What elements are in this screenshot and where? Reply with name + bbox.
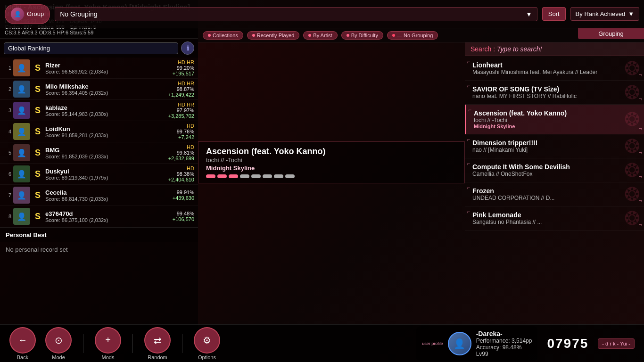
- lb-score: Score: 91,859,281 (2,033x): [45, 132, 177, 138]
- lb-right: HD 99.76% +7,242: [177, 123, 194, 140]
- lb-info: Milo Milkshake Score: 96,394,405 (2,032x…: [45, 83, 168, 96]
- group-button[interactable]: 👤 Group: [5, 4, 50, 24]
- song-item-title: Frozen: [472, 187, 636, 195]
- random-button[interactable]: ⇄: [144, 327, 171, 354]
- score-display: 07975: [547, 336, 588, 351]
- lb-name: e376470d: [45, 210, 173, 217]
- song-list-item[interactable]: ⌐ Dimension tripper!!!! nao // [Minakami…: [465, 134, 644, 158]
- random-btn-group[interactable]: ⇄ Random: [144, 327, 171, 360]
- osu-watermark: ❂: [624, 135, 640, 157]
- leaderboard-entry[interactable]: 8 👤 S e376470d Score: 86,375,100 (2,032x…: [0, 206, 198, 227]
- btn-separator-2: [132, 334, 133, 353]
- active-song-artist: tochi // -Tochi: [206, 156, 457, 164]
- lb-rank: 8: [4, 214, 11, 219]
- lb-acc: 99.48%: [173, 211, 194, 216]
- filter-bar: Collections Recently Played By Artist By…: [198, 28, 644, 42]
- lb-score: Score: 96,394,405 (2,032x): [45, 90, 168, 96]
- lb-avatar: 👤: [13, 187, 30, 204]
- song-item-title: Lionheart: [472, 61, 636, 69]
- lb-name: Milo Milkshake: [45, 83, 168, 90]
- lb-rank: 2: [4, 86, 11, 92]
- osu-watermark: ❂: [624, 82, 640, 103]
- back-btn-group[interactable]: ← Back: [9, 327, 36, 360]
- no-grouping-arrow: ▼: [526, 10, 532, 18]
- lb-grade: S: [33, 190, 42, 200]
- song-list-item[interactable]: ⌐ SAVIOR OF SONG (TV Size) nano feat. MY…: [465, 81, 644, 105]
- lb-avatar: 👤: [13, 144, 30, 161]
- lb-acc: 97.97%: [168, 107, 194, 113]
- options-btn-group[interactable]: ⚙ Options: [194, 327, 220, 360]
- song-cs: CS:3.8 AR:9.3 OD:8.5 HP:6 Stars:5.59: [5, 30, 193, 35]
- filter-recently-played[interactable]: Recently Played: [247, 31, 300, 40]
- sort-select[interactable]: By Rank Achieved ▼: [570, 7, 639, 21]
- mode-btn-group[interactable]: ⊙ Mode: [45, 327, 72, 360]
- filter-by-artist[interactable]: By Artist: [303, 31, 337, 40]
- song-list-item[interactable]: ⌐ Pink Lemonade Sangatsu no Phantasia //…: [465, 206, 644, 230]
- btn-separator-3: [182, 334, 182, 353]
- lb-info: BMG_ Score: 91,852,039 (2,033x): [45, 147, 168, 159]
- group-label: Group: [27, 10, 44, 17]
- lb-score: Score: 91,852,039 (2,033x): [45, 154, 168, 159]
- info-button[interactable]: ℹ: [181, 41, 194, 55]
- no-grouping-select[interactable]: No Grouping ▼: [55, 7, 537, 21]
- leaderboard-entry[interactable]: 3 👤 S kablaze Score: 95,144,983 (2,030x)…: [0, 100, 198, 121]
- song-list-item[interactable]: ⌐ Ascension (feat. Yoko Kanno) tochi // …: [465, 105, 644, 134]
- song-item-title: Pink Lemonade: [472, 211, 636, 219]
- user-name: -Dareka-: [476, 330, 532, 337]
- song-list-item[interactable]: ⌐ Lionheart Masayoshi Minoshima feat. Me…: [465, 57, 644, 81]
- song-item-title: SAVIOR OF SONG (TV Size): [472, 85, 636, 93]
- filter-by-difficulty[interactable]: By Difficulty: [341, 31, 383, 40]
- ranking-bar: Global Ranking Country Ranking Friend Ra…: [0, 39, 198, 58]
- osu-watermark: ❂: [624, 58, 640, 79]
- grouping-header: Grouping: [578, 28, 644, 39]
- song-list-item[interactable]: ⌐ Compute It With Some Devilish Camellia…: [465, 158, 644, 182]
- leaderboard-entry[interactable]: 5 👤 S BMG_ Score: 91,852,039 (2,033x) HD…: [0, 142, 198, 164]
- leaderboard-entry[interactable]: 2 👤 S Milo Milkshake Score: 96,394,405 (…: [0, 79, 198, 100]
- lb-pp: +106,570: [173, 216, 194, 222]
- osu-watermark: ❂: [624, 207, 640, 229]
- leaderboard-entry[interactable]: 7 👤 S Cecelia Score: 86,814,730 (2,033x)…: [0, 185, 198, 206]
- song-item-artist: nao // [Minakami Yuki]: [472, 147, 636, 153]
- lb-pp: +7,242: [177, 134, 194, 140]
- lb-mods: HD,HR: [168, 81, 194, 86]
- bottom-bar: ← Back ⊙ Mode + Mods ⇄ Random ⚙ Options …: [0, 324, 644, 362]
- lb-grade: S: [33, 106, 42, 115]
- filter-no-grouping[interactable]: — No Grouping: [387, 31, 438, 40]
- lb-grade: S: [33, 127, 42, 137]
- lb-acc: 99.91%: [173, 189, 194, 195]
- corner-tl: ⌐: [467, 184, 470, 191]
- search-bar: Search : Type to search!: [465, 42, 644, 56]
- lb-info: Duskyui Score: 89,219,340 (1,979x): [45, 168, 168, 181]
- diff-dots: [206, 174, 457, 178]
- song-item-artist: tochi // -Tochi: [474, 117, 636, 123]
- lb-pp: +1,249,422: [168, 92, 194, 98]
- user-performance: Performance: 3,514pp: [476, 337, 532, 344]
- leaderboard: 1 👤 S Rizer Score: 96,589,922 (2,034x) H…: [0, 58, 198, 227]
- lb-mods: HD,HR: [168, 102, 194, 107]
- leaderboard-entry[interactable]: 4 👤 S LoidKun Score: 91,859,281 (2,033x)…: [0, 121, 198, 142]
- no-grouping-label: No Grouping: [60, 10, 97, 18]
- options-button[interactable]: ⚙: [194, 327, 220, 354]
- lb-score: Score: 86,814,730 (2,033x): [45, 196, 173, 202]
- lb-avatar: 👤: [13, 165, 30, 182]
- corner-tl: ⌐: [467, 208, 470, 215]
- lb-name: BMG_: [45, 147, 168, 154]
- mode-label: Mode: [52, 354, 65, 360]
- back-button[interactable]: ←: [9, 327, 36, 354]
- song-item-title: Dimension tripper!!!!: [472, 139, 636, 147]
- sort-button[interactable]: Sort: [542, 7, 566, 21]
- mods-button[interactable]: +: [95, 327, 121, 354]
- mode-button[interactable]: ⊙: [45, 327, 72, 354]
- leaderboard-entry[interactable]: 6 👤 S Duskyui Score: 89,219,340 (1,979x)…: [0, 164, 198, 185]
- song-item-title: Ascension (feat. Yoko Kanno): [474, 109, 636, 117]
- lb-rank: 6: [4, 171, 11, 177]
- song-list-item[interactable]: ⌐ Frozen UNDEAD CORPORATION // D... ¬ ❂: [465, 182, 644, 206]
- filter-collections[interactable]: Collections: [203, 31, 243, 40]
- ranking-select[interactable]: Global Ranking Country Ranking Friend Ra…: [4, 42, 178, 54]
- lb-score: Score: 89,219,340 (1,979x): [45, 175, 168, 181]
- leaderboard-entry[interactable]: 1 👤 S Rizer Score: 96,589,922 (2,034x) H…: [0, 58, 198, 79]
- diff-dot: [217, 174, 227, 178]
- mods-btn-group[interactable]: + Mods: [95, 327, 121, 360]
- no-record-label: No personal record set: [0, 242, 198, 257]
- song-item-artist: Camellia // OneShotFox: [472, 171, 636, 177]
